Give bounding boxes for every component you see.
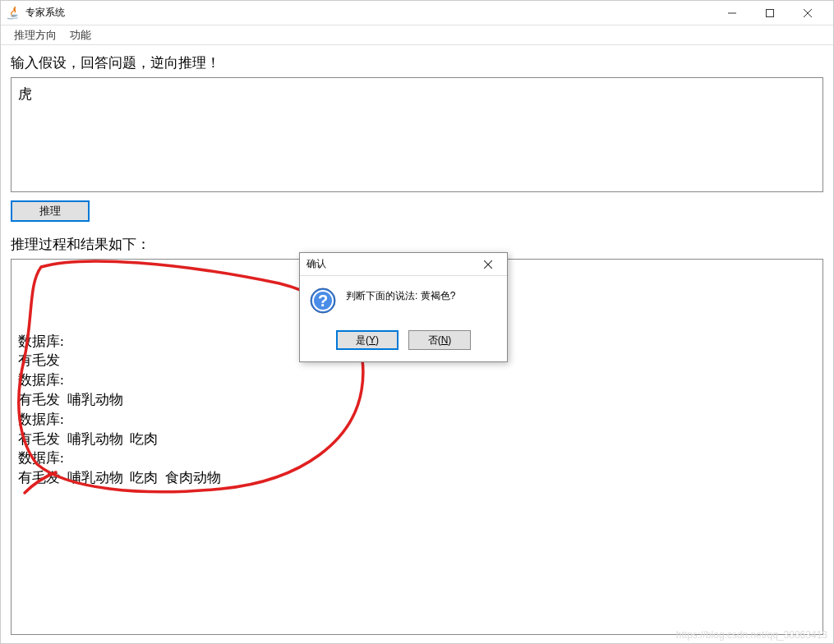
hypothesis-input[interactable] xyxy=(11,77,823,192)
input-label: 输入假设，回答问题，逆向推理！ xyxy=(11,53,823,72)
confirm-dialog: 确认 ? 判断下面的说法: 黄褐色? 是(Y) 否(N) xyxy=(299,252,508,362)
dialog-close-button[interactable] xyxy=(476,255,500,274)
java-icon xyxy=(7,7,21,20)
menu-inference-direction[interactable]: 推理方向 xyxy=(7,28,63,43)
svg-rect-1 xyxy=(767,9,774,16)
window-controls xyxy=(713,1,827,25)
question-icon: ? xyxy=(310,288,336,314)
dialog-titlebar: 确认 xyxy=(300,253,507,276)
menu-function[interactable]: 功能 xyxy=(63,28,98,43)
dialog-buttons: 是(Y) 否(N) xyxy=(300,324,507,361)
watermark: https://blog.csdn.net/qq_38863413 xyxy=(676,629,827,641)
minimize-button[interactable] xyxy=(713,1,751,25)
dialog-no-button[interactable]: 否(N) xyxy=(408,330,471,350)
svg-text:?: ? xyxy=(318,292,328,310)
titlebar: 专家系统 xyxy=(1,1,833,25)
close-button[interactable] xyxy=(789,1,827,25)
maximize-button[interactable] xyxy=(751,1,789,25)
dialog-body: ? 判断下面的说法: 黄褐色? xyxy=(300,276,507,324)
dialog-message: 判断下面的说法: 黄褐色? xyxy=(346,288,455,303)
window-title: 专家系统 xyxy=(25,6,713,20)
menubar: 推理方向 功能 xyxy=(1,25,833,45)
dialog-yes-button[interactable]: 是(Y) xyxy=(336,330,399,350)
result-label: 推理过程和结果如下： xyxy=(11,235,823,254)
button-row: 推理 xyxy=(11,200,823,222)
dialog-title: 确认 xyxy=(306,257,476,271)
inference-button[interactable]: 推理 xyxy=(11,200,90,222)
